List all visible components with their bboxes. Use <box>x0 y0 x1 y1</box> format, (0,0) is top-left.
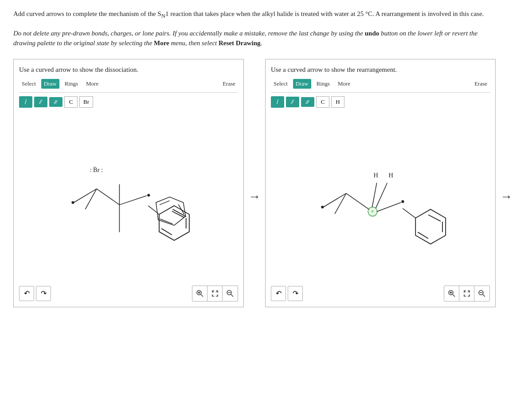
panel2-zoom-controls <box>444 286 490 301</box>
bond-to-ring <box>119 196 147 205</box>
panel1-draw-tools: / ∕∕ ∕∕∕ C Br <box>19 96 238 108</box>
intro-paragraph: Add curved arrows to complete the mechan… <box>13 9 501 20</box>
bond-to-ring2 <box>377 203 401 212</box>
panel2-draw-btn[interactable]: Draw <box>293 79 311 89</box>
intro-text-1: Add curved arrows to complete the mechan… <box>13 10 161 17</box>
panel1-fit-btn[interactable] <box>207 286 223 301</box>
panel2-canvas[interactable]: H H + <box>271 111 490 282</box>
panel1-single-bond-btn[interactable]: / <box>19 96 32 108</box>
panel1-zoom-controls <box>192 286 238 301</box>
panel1-more-btn[interactable]: More <box>83 79 101 89</box>
arrow-between-panels: → <box>244 187 265 206</box>
panel2-more-btn[interactable]: More <box>335 79 353 89</box>
sn-subscript: N <box>161 10 165 17</box>
panel1-zoom-out-btn[interactable] <box>223 286 238 301</box>
panel1-zoom-in-btn[interactable] <box>192 286 207 301</box>
svg-text:..: .. <box>94 163 96 168</box>
benzene-db1 <box>160 201 170 205</box>
terminal-dot-left <box>71 201 74 204</box>
panel2-erase-btn[interactable]: Erase <box>472 79 490 89</box>
panel1-select-btn[interactable]: Select <box>19 79 39 89</box>
h-label-right: H <box>389 172 393 179</box>
panel-dissociation: Use a curved arrow to show the dissociat… <box>13 59 244 307</box>
terminal-dot-right2 <box>401 200 404 203</box>
panel2-single-bond-btn[interactable]: / <box>271 96 284 108</box>
h-label-left: H <box>374 172 378 179</box>
bond-h-right <box>376 183 387 208</box>
panel1-undo-redo: ↶ ↷ <box>19 286 51 301</box>
panel1-redo-btn[interactable]: ↷ <box>36 286 51 301</box>
panel2-molecule-svg: H H + <box>271 111 490 271</box>
bond-upper-left2 <box>346 193 369 209</box>
panel1-bottom-controls: ↶ ↷ <box>19 286 238 301</box>
benzene-outer <box>156 197 186 225</box>
panel2-redo-btn[interactable]: ↷ <box>288 286 303 301</box>
bond-h-left <box>372 183 376 207</box>
panel2-zoom-in-btn[interactable] <box>444 286 459 301</box>
panel1-title: Use a curved arrow to show the dissociat… <box>19 65 238 75</box>
svg-line-9 <box>201 294 203 297</box>
panel1-canvas[interactable]: : Br : .. <box>19 111 238 282</box>
terminal-dot-left2 <box>321 206 324 208</box>
panel2-fit-btn[interactable] <box>459 286 474 301</box>
panel1-rings-btn[interactable]: Rings <box>62 79 81 89</box>
panel1-molecule-svg: : Br : .. <box>19 111 238 271</box>
terminal-dot-right <box>147 194 150 196</box>
panel2-draw-tools: / ∕∕ ∕∕∕ C H <box>271 96 490 108</box>
panel2-carbon-btn[interactable]: C <box>316 96 329 108</box>
panel1-triple-bond-btn[interactable]: ∕∕∕ <box>49 97 63 107</box>
br-label: : Br : <box>90 166 103 173</box>
svg-line-4 <box>173 229 186 236</box>
italic-note: Do not delete any pre-drawn bonds, charg… <box>13 28 501 48</box>
panel1-draw-btn[interactable]: Draw <box>41 79 59 89</box>
panel2-zoom-out-btn[interactable] <box>474 286 489 301</box>
panels-container: Use a curved arrow to show the dissociat… <box>13 59 519 307</box>
intro-text-2: 1 reaction that takes place when the alk… <box>165 10 484 17</box>
arrow-after-panel2: → <box>496 187 517 206</box>
panel2-rings-btn[interactable]: Rings <box>314 79 332 89</box>
svg-line-22 <box>453 294 455 297</box>
bond-upper-left <box>97 189 119 205</box>
panel2-title: Use a curved arrow to show the rearrange… <box>271 65 490 75</box>
panel2-hydrogen-btn[interactable]: H <box>331 96 344 108</box>
svg-line-18 <box>428 215 441 221</box>
panel2-triple-bond-btn[interactable]: ∕∕∕ <box>301 97 314 107</box>
panel1-double-bond-btn[interactable]: ∕∕ <box>34 97 47 107</box>
panel1-erase-btn[interactable]: Erase <box>220 79 238 89</box>
svg-marker-17 <box>415 209 446 244</box>
panel1-carbon-btn[interactable]: C <box>64 96 78 108</box>
svg-line-15 <box>231 294 233 297</box>
panel-rearrangement: Use a curved arrow to show the rearrange… <box>265 59 496 307</box>
bond-to-ring-attach2 <box>403 208 415 218</box>
benzene-ring-group2 <box>415 209 446 244</box>
panel1-undo-btn[interactable]: ↶ <box>19 286 34 301</box>
panel1-bromine-btn[interactable]: Br <box>79 96 93 108</box>
panel2-undo-btn[interactable]: ↶ <box>271 286 286 301</box>
panel2-toolbar: Select Draw Rings More Erase <box>271 79 490 93</box>
panel1-toolbar: Select Draw Rings More Erase <box>19 79 238 93</box>
panel2-select-btn[interactable]: Select <box>271 79 290 89</box>
panel2-double-bond-btn[interactable]: ∕∕ <box>286 97 299 107</box>
panel2-undo-redo: ↶ ↷ <box>271 286 303 301</box>
positive-charge: + <box>371 208 374 215</box>
svg-line-28 <box>483 294 485 297</box>
bond-to-ring-attach <box>148 206 159 215</box>
panel2-bottom-controls: ↶ ↷ <box>271 286 490 301</box>
